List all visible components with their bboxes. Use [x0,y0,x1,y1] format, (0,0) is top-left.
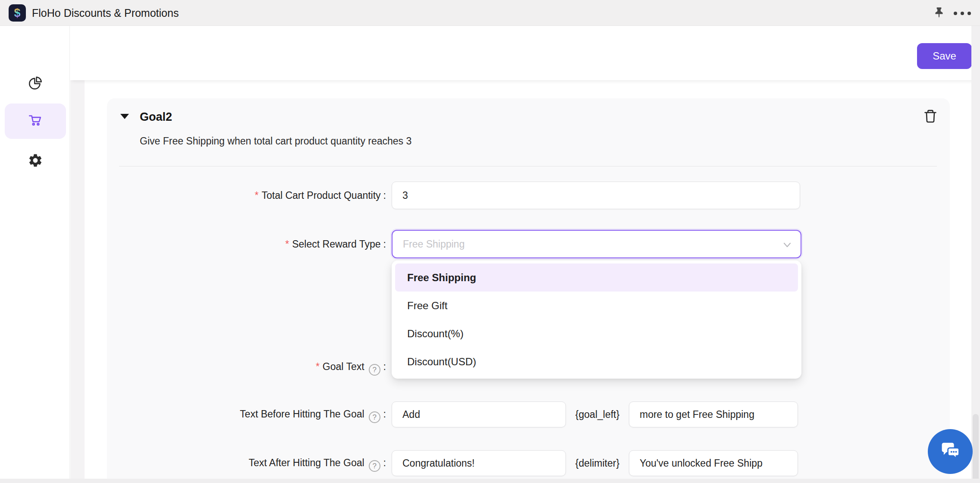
divider [119,166,937,166]
pin-icon[interactable] [932,6,946,21]
scrollbar-track[interactable] [971,26,980,483]
chat-bubbles-icon [938,439,962,464]
text-after-label: Text After Hitting The Goal?: [107,456,386,470]
help-icon[interactable]: ? [369,364,380,376]
toolbar: Save [70,26,980,80]
shopping-cart-icon [28,113,43,130]
window-bottom-edge [0,479,980,483]
pie-chart-icon [27,75,44,94]
dropdown-option-free-shipping[interactable]: Free Shipping [395,263,798,292]
goal-description: Give Free Shipping when total cart produ… [140,135,411,147]
help-icon[interactable]: ? [369,460,380,472]
app-title: FloHo Discounts & Promotions [32,0,179,26]
required-marker: * [285,238,289,250]
text-before-input-2[interactable] [629,401,798,427]
chat-widget-button[interactable] [928,429,973,474]
sidebar [0,26,70,483]
chevron-down-icon [782,239,793,251]
dollar-logo-glyph: $ [14,6,20,20]
reward-type-dropdown: Free Shipping Free Gift Discount(%) Disc… [392,260,801,379]
text-after-input-1[interactable] [392,450,566,476]
goal-card: Goal2 Give Free Shipping when total cart… [107,98,950,483]
reward-type-placeholder: Free Shipping [403,238,465,250]
delete-goal-trash-icon[interactable] [923,108,939,125]
sidebar-item-cart-goals[interactable] [5,104,66,139]
goal-left-token: {goal_left} [567,408,628,421]
text-before-input-1[interactable] [392,401,566,427]
text-after-input-2[interactable] [629,450,798,476]
dropdown-option-free-gift[interactable]: Free Gift [395,292,798,320]
help-icon[interactable]: ? [369,411,380,423]
dropdown-option-discount-percent[interactable]: Discount(%) [395,320,798,348]
required-marker: * [316,361,320,372]
sidebar-item-analytics[interactable] [5,69,66,100]
app-logo: $ [9,4,26,22]
text-before-label: Text Before Hitting The Goal?: [107,407,386,421]
content-gutter [70,80,85,479]
goal-text-label: *Goal Text?: [107,360,386,373]
dropdown-option-discount-usd[interactable]: Discount(USD) [395,348,798,376]
required-marker: * [255,190,259,201]
save-button[interactable]: Save [917,43,972,69]
scrollbar-thumb[interactable] [973,414,979,483]
collapse-caret-icon[interactable] [119,112,130,122]
gear-icon [28,153,43,170]
reward-type-select[interactable]: Free Shipping [392,230,801,258]
app-header: $ FloHo Discounts & Promotions [0,0,980,26]
app-window: $ FloHo Discounts & Promotions [0,0,980,483]
sidebar-item-settings[interactable] [5,146,66,177]
quantity-input[interactable] [392,182,800,209]
more-options-icon[interactable] [952,6,972,21]
quantity-label: *Total Cart Product Quantity: [107,188,386,202]
goal-title: Goal2 [140,110,172,124]
reward-type-label: *Select Reward Type: [107,237,386,251]
delimiter-token: {delimiter} [567,456,628,470]
